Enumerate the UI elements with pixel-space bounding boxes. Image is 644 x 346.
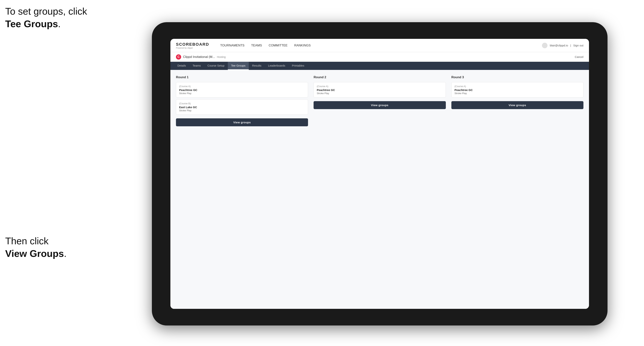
tab-printables[interactable]: Printables: [288, 62, 308, 70]
hosting-badge: Hosting: [217, 55, 226, 58]
round-1-column: Round 1 (Course A) Peachtree GC Stroke P…: [176, 75, 308, 126]
round-1-view-groups-button[interactable]: View groups: [176, 118, 308, 126]
round-2-course-a-type: Stroke Play: [317, 92, 442, 95]
round-3-course-a-label: (Course A): [454, 85, 580, 88]
tab-leaderboards[interactable]: Leaderboards: [265, 62, 288, 70]
sub-header-left: C Clippd Invitational (M... Hosting: [176, 54, 226, 60]
logo-area: SCOREBOARD Powered by clippd: [176, 42, 209, 49]
logo-text: SCOREBOARD: [176, 42, 209, 47]
round-1-course-a-name: Peachtree GC: [179, 88, 305, 92]
user-avatar: [542, 43, 548, 48]
round-1-course-b-type: Stroke Play: [179, 109, 305, 112]
nav-committee[interactable]: COMMITTEE: [268, 43, 288, 48]
tablet-device: SCOREBOARD Powered by clippd TOURNAMENTS…: [152, 22, 608, 326]
nav-teams[interactable]: TEAMS: [251, 43, 262, 48]
nav-right: blair@clippd.io | Sign out: [542, 43, 584, 48]
sub-header: C Clippd Invitational (M... Hosting Canc…: [170, 52, 589, 62]
instruction-bottom: Then click View Groups.: [5, 235, 66, 260]
separator: |: [570, 44, 571, 47]
round-1-course-a-type: Stroke Play: [179, 92, 305, 95]
sign-out-link[interactable]: Sign out: [573, 44, 584, 47]
round-1-course-a-label: (Course A): [179, 85, 305, 88]
logo-scoreboard: SCOREBOARD: [176, 42, 209, 47]
cancel-button[interactable]: Cancel: [575, 55, 584, 58]
tab-results[interactable]: Results: [249, 62, 265, 70]
round-2-view-groups-button[interactable]: View groups: [314, 101, 446, 109]
tab-course-setup[interactable]: Course Setup: [204, 62, 228, 70]
rounds-grid: Round 1 (Course A) Peachtree GC Stroke P…: [176, 75, 584, 126]
round-3-title: Round 3: [451, 75, 584, 79]
instruction-top-line1: To set groups, click: [5, 5, 87, 18]
round-3-course-a-card: (Course A) Peachtree GC Stroke Play: [451, 82, 584, 97]
round-3-view-groups-button[interactable]: View groups: [451, 101, 584, 109]
round-1-course-b-card: (Course B) East Lake GC Stroke Play: [176, 99, 308, 115]
user-email: blair@clippd.io: [550, 44, 568, 47]
instruction-top-period: .: [58, 18, 60, 29]
nav-links: TOURNAMENTS TEAMS COMMITTEE RANKINGS: [220, 43, 535, 48]
round-3-course-a-type: Stroke Play: [454, 92, 580, 95]
round-1-course-b-label: (Course B): [179, 102, 305, 105]
round-2-course-a-label: (Course A): [317, 85, 442, 88]
instruction-top: To set groups, click Tee Groups.: [5, 5, 87, 30]
round-2-course-a-card: (Course A) Peachtree GC Stroke Play: [314, 82, 446, 97]
top-nav: SCOREBOARD Powered by clippd TOURNAMENTS…: [170, 39, 589, 52]
nav-rankings[interactable]: RANKINGS: [294, 43, 310, 48]
round-2-column: Round 2 (Course A) Peachtree GC Stroke P…: [314, 75, 446, 126]
nav-tournaments[interactable]: TOURNAMENTS: [220, 43, 244, 48]
instruction-bottom-period: .: [64, 248, 66, 259]
round-2-title: Round 2: [314, 75, 446, 79]
sub-logo-c: C: [176, 54, 181, 60]
round-1-course-b-name: East Lake GC: [179, 106, 305, 109]
round-3-course-a-name: Peachtree GC: [454, 88, 580, 92]
tablet-screen: SCOREBOARD Powered by clippd TOURNAMENTS…: [170, 39, 589, 309]
tab-details[interactable]: Details: [174, 62, 189, 70]
round-2-course-a-name: Peachtree GC: [317, 88, 442, 92]
round-1-title: Round 1: [176, 75, 308, 79]
round-1-course-a-card: (Course A) Peachtree GC Stroke Play: [176, 82, 308, 97]
round-3-column: Round 3 (Course A) Peachtree GC Stroke P…: [451, 75, 584, 126]
tournament-title: Clippd Invitational (M...: [183, 55, 215, 59]
logo-sub: Powered by clippd: [176, 47, 209, 49]
tab-teams[interactable]: Teams: [189, 62, 204, 70]
instruction-top-line2: Tee Groups: [5, 18, 58, 29]
main-content: Round 1 (Course A) Peachtree GC Stroke P…: [170, 70, 589, 309]
instruction-bottom-line1: Then click: [5, 235, 66, 247]
instruction-bottom-line2: View Groups: [5, 248, 64, 259]
tab-bar: Details Teams Course Setup Tee Groups Re…: [170, 62, 589, 70]
tab-tee-groups[interactable]: Tee Groups: [228, 62, 249, 70]
